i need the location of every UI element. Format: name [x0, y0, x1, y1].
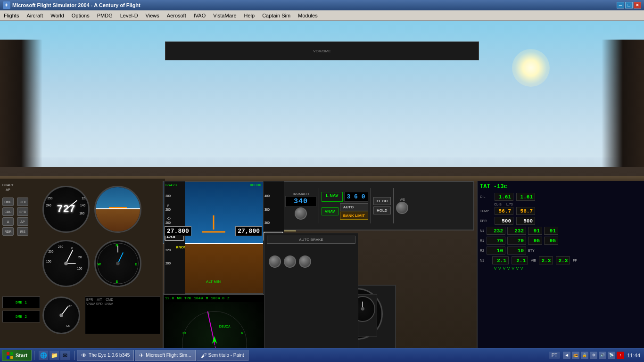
lower-switches-row — [267, 247, 352, 276]
tray-icon-6[interactable]: 📡 — [608, 352, 615, 359]
ehsi-digital-display: EPR A/T CMD VNAV SPD LNAV — [85, 296, 160, 334]
oil1-value: 1.61 — [499, 194, 511, 200]
r2-label: R2 — [480, 249, 485, 252]
efb-button[interactable]: EFB — [17, 207, 28, 216]
quicklaunch-icon-3[interactable]: ✉ — [60, 351, 70, 360]
system-tray: PT ◀ 📻 🔒 ⚙ 🔊 📡 ! 11:44 — [549, 352, 642, 359]
quicklaunch-icon-1[interactable]: 🌐 — [39, 351, 48, 360]
svg-text:380: 380 — [264, 208, 270, 211]
val79-1: 79 — [497, 238, 503, 244]
menu-captainsim[interactable]: Captain Sim — [258, 10, 294, 20]
eicas-temp2-display: 56.7 — [516, 207, 535, 215]
tray-icon-5[interactable]: 🔊 — [599, 352, 606, 359]
menu-options[interactable]: Options — [68, 10, 93, 20]
n1-n2-2-display: 2.1 — [512, 256, 528, 264]
simulator-viewport[interactable]: VOR/DME UR-VVF BF-CG IAS/MACH 173.60 HDG… — [0, 21, 644, 352]
menu-modules[interactable]: Modules — [294, 10, 322, 20]
sys-tray-icons: ◀ 📻 🔒 ⚙ 🔊 📡 ! — [563, 352, 624, 359]
mcp-vs-section: V/S — [396, 198, 408, 214]
menu-aircraft[interactable]: Aircraft — [23, 10, 47, 20]
lnav-button[interactable]: L NAV — [322, 192, 342, 202]
nd-map-area: 3 6 33 DEUCA BELIC 160 13 TFC TA/RAT — [164, 302, 265, 352]
n1-1-value: 232 — [494, 228, 503, 234]
taskbar-fsx-icon: ✈ — [139, 352, 144, 359]
menu-vistamare[interactable]: VistaMare — [209, 10, 240, 20]
menu-ivao[interactable]: IVAO — [190, 10, 209, 20]
tray-icon-2[interactable]: 📻 — [572, 352, 579, 359]
svg-line-31 — [207, 311, 215, 343]
n1-label: N1 — [480, 229, 485, 232]
n1-n2-label: N1 — [480, 259, 489, 262]
close-button[interactable]: ✕ — [634, 2, 641, 8]
hold-button[interactable]: HOLD — [373, 206, 391, 214]
ap-toggle-button[interactable]: AP — [17, 217, 28, 226]
eicas-engine-section: OIL 1.61 1.61 CL-B L.73 TEMP 56.7 — [480, 193, 642, 272]
temp2-value: 56.7 — [520, 208, 533, 214]
svg-text:33: 33 — [182, 331, 186, 335]
lower-knob-3[interactable] — [299, 255, 311, 268]
dme-button[interactable]: DME — [2, 197, 14, 206]
menu-aerosoft[interactable]: Aerosoft — [163, 10, 190, 20]
menu-pmdg[interactable]: PMDG — [93, 10, 116, 20]
ohi-button[interactable]: OHI — [17, 197, 28, 206]
svg-text:DEUCA: DEUCA — [219, 325, 231, 328]
flch-button[interactable]: FL CH — [373, 197, 391, 205]
lang-indicator[interactable]: PT — [549, 352, 561, 359]
auto-button-vnav[interactable]: AUTO — [340, 203, 368, 211]
minimize-button[interactable]: ─ — [617, 2, 624, 8]
menu-views[interactable]: Views — [142, 10, 163, 20]
svg-text:200: 200 — [48, 250, 53, 253]
svg-text:140: 140 — [80, 204, 85, 207]
pfd-alt-min-label: ALT MIN — [206, 280, 221, 284]
tray-icon-3[interactable]: 🔒 — [581, 352, 588, 359]
pfd-fd-horizontal — [202, 231, 225, 233]
epr-label-left: EPR — [86, 298, 93, 301]
menu-leveld[interactable]: Level-D — [116, 10, 142, 20]
menu-help[interactable]: Help — [240, 10, 259, 20]
tray-icon-alert[interactable]: ! — [617, 352, 624, 359]
lower-knob-2[interactable] — [284, 255, 296, 268]
mcp-vs-knob[interactable] — [396, 202, 408, 214]
bank-limit-button[interactable]: BANK LIMIT — [340, 212, 368, 220]
altimeter-gauge: 250 0 50 100 200 150 — [42, 240, 90, 287]
mcp-ias-knob[interactable] — [295, 207, 307, 220]
temp1-value: 56.7 — [499, 208, 511, 214]
windows-logo-icon — [6, 352, 14, 359]
vnav-spd-status: VNAV SPD — [86, 302, 103, 305]
n1-n2-2-value: 2.1 — [516, 258, 526, 263]
taskbar-separator-2 — [74, 351, 74, 360]
v-sym-4: V — [507, 266, 510, 271]
auto-brake-text: AUTO BRAKE — [299, 238, 323, 242]
right-cockpit-wall — [602, 40, 644, 172]
quicklaunch-area: 🌐 📁 ✉ — [37, 351, 72, 360]
left-instruments-panel: CHART AP DME OHI CDU EFB A AP RDR IRS 72… — [0, 179, 165, 352]
taskbar-item-paint[interactable]: 🖌 Sem titulo - Paint — [197, 350, 248, 361]
tat-display: TAT -13c — [480, 183, 507, 190]
taskbar-item-eye[interactable]: 👁 The Eye 1.0.6 b345 — [77, 350, 134, 361]
tray-icon-4[interactable]: ⚙ — [590, 352, 597, 359]
taskbar-item-fsx[interactable]: ✈ Microsoft Flight Sim... — [135, 350, 195, 361]
pfd-dh-value: DH000 — [250, 183, 261, 187]
menu-world[interactable]: World — [47, 10, 68, 20]
svg-point-26 — [59, 313, 63, 317]
svg-point-27 — [182, 311, 247, 352]
lower-knob-1[interactable] — [269, 255, 281, 268]
vnav-button[interactable]: VNAV — [322, 207, 339, 215]
tray-icon-1[interactable]: ◀ — [563, 352, 570, 359]
quicklaunch-icon-2[interactable]: 📁 — [50, 351, 59, 360]
start-button[interactable]: Start — [2, 350, 32, 361]
maximize-button[interactable]: □ — [625, 2, 633, 8]
svg-text:100: 100 — [77, 267, 83, 270]
svg-text:50: 50 — [78, 255, 82, 259]
sun — [512, 49, 550, 87]
val91-2: 91 — [550, 228, 556, 234]
separator-6 — [393, 188, 394, 223]
cdu-button[interactable]: CDU — [2, 207, 14, 216]
svg-rect-87 — [7, 352, 9, 355]
menu-flights[interactable]: Flights — [0, 10, 23, 20]
btn-a1[interactable]: A — [2, 217, 14, 226]
chart-label: CHART — [2, 183, 14, 187]
taskbar: Start 🌐 📁 ✉ 👁 The Eye 1.0.6 b345 ✈ Micro… — [0, 348, 644, 362]
rdr-button[interactable]: RDR — [2, 227, 14, 236]
irs-button[interactable]: IRS — [17, 227, 28, 236]
